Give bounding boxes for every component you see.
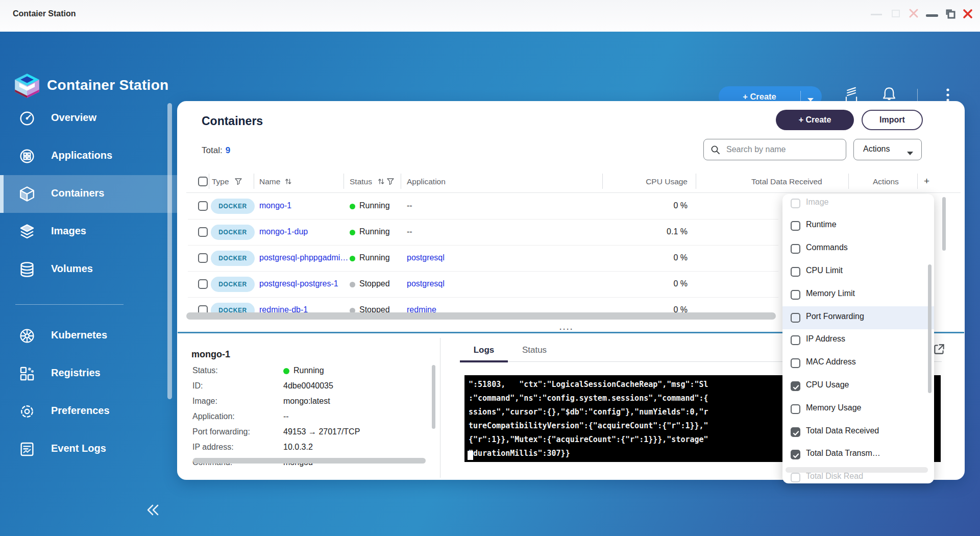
application-link[interactable]: postgresql [407, 279, 445, 288]
menu-item-commands[interactable]: Commands [782, 237, 934, 260]
menu-item-mac-address[interactable]: MAC Address [782, 352, 934, 375]
sidebar-item-registries[interactable]: Registries [0, 355, 177, 393]
menu-item-memory-limit[interactable]: Memory Limit [782, 283, 934, 306]
images-icon [18, 223, 36, 240]
sidebar-item-overview[interactable]: Overview [0, 100, 177, 137]
column-header-total-data-received[interactable]: Total Data Received [751, 177, 822, 186]
menu-item-ip-address[interactable]: IP Address [782, 329, 934, 352]
application-link[interactable]: postgresql [407, 253, 445, 262]
cpu-usage-value: 0 % [638, 253, 688, 262]
search-icon [710, 145, 721, 155]
unchecked-checkbox[interactable] [791, 244, 800, 254]
row-checkbox[interactable] [198, 253, 208, 263]
checked-checkbox[interactable] [791, 450, 800, 459]
table-row: DOCKERpostgresql-phppgadmi…Runningpostgr… [186, 245, 778, 271]
close-button[interactable] [962, 8, 974, 22]
cpu-usage-value: 0.1 % [638, 227, 688, 236]
sidebar-item-kubernetes[interactable]: Kubernetes [0, 317, 177, 355]
unchecked-checkbox[interactable] [791, 267, 800, 277]
table-vertical-scrollbar[interactable] [942, 197, 946, 251]
menu-item-total-data-received[interactable]: Total Data Received [782, 421, 934, 444]
minimize-button[interactable] [926, 14, 938, 17]
sidebar-item-label: Images [51, 225, 86, 237]
window-title: Contaier Station [13, 9, 76, 18]
sidebar-item-preferences[interactable]: Preferences [0, 393, 177, 430]
column-divider [401, 174, 401, 189]
details-vertical-scrollbar[interactable] [432, 365, 435, 429]
details-horizontal-scrollbar[interactable] [193, 458, 426, 464]
restore-button[interactable] [944, 8, 957, 22]
search-input[interactable] [726, 141, 842, 158]
container-name-link[interactable]: postgresql-postgres-1 [259, 279, 338, 288]
column-header-type[interactable]: Type [212, 177, 229, 186]
collapse-sidebar-icon[interactable] [144, 501, 162, 521]
actions-dropdown-button[interactable]: Actions [853, 139, 922, 160]
row-checkbox[interactable] [198, 279, 208, 289]
sidebar-item-label: Overview [51, 112, 96, 124]
menu-item-image[interactable]: Image [782, 194, 934, 215]
menu-item-cpu-usage[interactable]: CPU Usage [782, 375, 934, 398]
container-name-link[interactable]: postgresql-phppgadmi… [259, 253, 348, 262]
kubernetes-icon [18, 327, 36, 345]
menu-item-total-data-transm-[interactable]: Total Data Transm… [782, 443, 934, 466]
container-name-link[interactable]: mongo-1 [259, 201, 291, 210]
open-in-window-icon[interactable] [932, 342, 946, 358]
column-header-name[interactable]: Name [259, 177, 280, 186]
search-box [703, 139, 846, 160]
detail-field: ID:4dbe0040035 [192, 379, 432, 394]
sidebar-item-containers[interactable]: Containers [0, 175, 177, 213]
import-button[interactable]: Import [862, 110, 923, 130]
filter-icon[interactable] [387, 178, 394, 187]
unchecked-checkbox[interactable] [791, 404, 800, 414]
column-divider [344, 174, 344, 189]
sidebar-item-images[interactable]: Images [0, 213, 177, 251]
page-title: Containers [202, 114, 263, 128]
total-value: 9 [226, 145, 230, 155]
filter-icon[interactable] [235, 178, 242, 187]
detail-label: IP address: [192, 443, 234, 452]
row-checkbox[interactable] [198, 227, 208, 237]
containers-icon [18, 185, 36, 203]
menu-item-memory-usage[interactable]: Memory Usage [782, 398, 934, 421]
select-all-checkbox[interactable] [198, 177, 208, 186]
menu-item-label: CPU Limit [806, 266, 843, 275]
checked-checkbox[interactable] [791, 427, 800, 437]
row-divider [188, 297, 778, 298]
menu-vertical-scrollbar[interactable] [928, 264, 932, 393]
sidebar-item-volumes[interactable]: Volumes [0, 251, 177, 288]
sidebar-item-event-logs[interactable]: Event Logs [0, 430, 177, 468]
unchecked-checkbox[interactable] [791, 221, 800, 231]
unchecked-checkbox[interactable] [791, 358, 800, 368]
tab-status[interactable]: Status [512, 345, 557, 360]
table-horizontal-scrollbar[interactable] [186, 312, 776, 320]
add-column-button[interactable]: + [924, 176, 929, 187]
table-row: DOCKERmongo-1Running--0 % [186, 193, 778, 219]
menu-item-runtime[interactable]: Runtime [782, 214, 934, 237]
column-header-actions[interactable]: Actions [873, 177, 899, 186]
menu-item-cpu-limit[interactable]: CPU Limit [782, 260, 934, 283]
sort-icon[interactable] [378, 178, 385, 187]
tab-logs[interactable]: Logs [460, 345, 508, 360]
sidebar-item-applications[interactable]: Applications [0, 137, 177, 175]
unchecked-checkbox[interactable] [791, 335, 800, 345]
unchecked-checkbox[interactable] [791, 473, 800, 482]
menu-item-label: Port Forwarding [806, 312, 864, 321]
registries-icon [18, 365, 36, 382]
unchecked-checkbox[interactable] [791, 290, 800, 300]
sidebar-scrollbar[interactable] [167, 103, 172, 399]
row-checkbox[interactable] [198, 201, 208, 211]
row-divider [188, 245, 778, 246]
column-header-application[interactable]: Application [407, 177, 446, 186]
column-header-status[interactable]: Status [350, 177, 372, 186]
sidebar-item-label: Kubernetes [51, 329, 107, 341]
container-name-link[interactable]: mongo-1-dup [259, 227, 308, 236]
column-header-cpu-usage[interactable]: CPU Usage [638, 177, 688, 186]
menu-horizontal-scrollbar[interactable] [786, 467, 928, 473]
menu-item-port-forwarding[interactable]: Port Forwarding [782, 306, 934, 329]
checked-checkbox[interactable] [791, 381, 800, 391]
create-container-button[interactable]: + Create [776, 110, 854, 130]
sort-icon[interactable] [285, 178, 292, 187]
app-header: Container Station + Create [0, 32, 980, 84]
unchecked-checkbox[interactable] [791, 313, 800, 323]
unchecked-checkbox[interactable] [791, 199, 800, 208]
